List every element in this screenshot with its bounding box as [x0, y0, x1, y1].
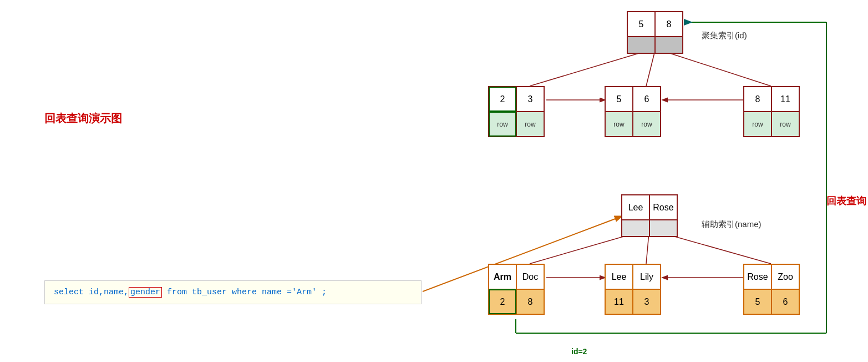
- node-sec-l3: Rose Zoo 5 6: [743, 264, 800, 315]
- diagram-title: 回表查询演示图: [44, 111, 122, 126]
- sec-l1-val-2: 8: [516, 289, 544, 314]
- node-cl3: 8 11 row row: [743, 86, 800, 137]
- sec-l2-val-2: 3: [633, 289, 661, 314]
- label-id2: id=2: [571, 347, 587, 356]
- sec-root-ptr-2: [649, 220, 677, 237]
- sec-l3-val-2: 6: [771, 289, 799, 314]
- sec-l1-val-1: 2: [489, 289, 516, 314]
- node-clustered-root: 5 8: [627, 11, 683, 54]
- cl3-row-2: row: [771, 112, 799, 137]
- root-ptr-1: [627, 37, 655, 53]
- sec-l2-key-1: Lee: [605, 264, 633, 289]
- sec-l2-val-1: 11: [605, 289, 633, 314]
- svg-line-8: [646, 233, 649, 264]
- cl2-key-2: 6: [633, 87, 661, 112]
- sec-l2-key-2: Lily: [633, 264, 661, 289]
- sec-l3-key-1: Rose: [744, 264, 771, 289]
- node-sec-root: Lee Rose: [621, 194, 678, 237]
- node-sec-l2: Lee Lily 11 3: [605, 264, 661, 315]
- cl2-key-1: 5: [605, 87, 633, 112]
- cl1-row-1: row: [489, 112, 516, 137]
- cl3-row-1: row: [744, 112, 771, 137]
- cl2-row-2: row: [633, 112, 661, 137]
- svg-line-2: [668, 53, 771, 86]
- svg-line-9: [663, 233, 771, 264]
- sec-l3-key-2: Zoo: [771, 264, 799, 289]
- cl1-key-1: 2: [489, 87, 516, 112]
- connectors-svg: [0, 0, 868, 362]
- sec-root-ptr-1: [622, 220, 649, 237]
- root-ptr-2: [655, 37, 683, 53]
- node-cl2: 5 6 row row: [605, 86, 661, 137]
- svg-line-0: [530, 53, 641, 86]
- svg-line-7: [530, 233, 635, 264]
- cl1-row-2: row: [516, 112, 544, 137]
- label-huitbiao: 回表查询: [826, 194, 866, 208]
- sec-root-key-2: Rose: [649, 195, 677, 220]
- sql-prefix: select id,name,: [54, 288, 129, 297]
- node-cl1: 2 3 row row: [488, 86, 545, 137]
- sql-box: select id,name,gender from tb_user where…: [44, 280, 422, 304]
- sec-l1-key-1: Arm: [489, 264, 516, 289]
- cl3-key-1: 8: [744, 87, 771, 112]
- svg-line-1: [646, 53, 654, 86]
- sec-l3-val-1: 5: [744, 289, 771, 314]
- sec-l1-key-2: Doc: [516, 264, 544, 289]
- sql-field-red: gender: [129, 287, 162, 298]
- sec-root-key-1: Lee: [622, 195, 649, 220]
- label-clustered: 聚集索引(id): [702, 31, 747, 41]
- cl2-row-1: row: [605, 112, 633, 137]
- label-secondary: 辅助索引(name): [702, 219, 762, 230]
- sql-suffix: from tb_user where name ='Arm' ;: [162, 288, 327, 297]
- diagram-container: 回表查询演示图 select id,name,gender from tb_us…: [0, 0, 868, 362]
- root-key-2: 8: [655, 12, 683, 37]
- node-sec-l1: Arm Doc 2 8: [488, 264, 545, 315]
- root-key-1: 5: [627, 12, 655, 37]
- cl3-key-2: 11: [771, 87, 799, 112]
- cl1-key-2: 3: [516, 87, 544, 112]
